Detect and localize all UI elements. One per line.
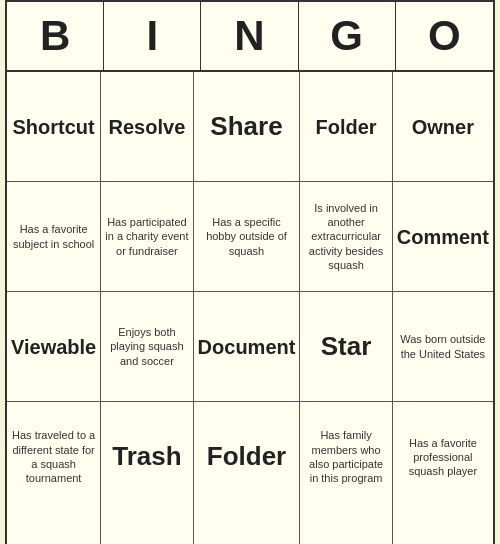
bingo-letter-b: B bbox=[7, 2, 104, 70]
bingo-cell-13: Star bbox=[300, 292, 392, 402]
cell-text-12: Document bbox=[198, 334, 296, 360]
bingo-cell-5: Has a favorite subject in school bbox=[7, 182, 101, 292]
bingo-cell-6: Has participated in a charity event or f… bbox=[101, 182, 193, 292]
bingo-cell-0: Shortcut bbox=[7, 72, 101, 182]
bingo-cell-24: Untitled bbox=[393, 512, 493, 544]
cell-text-17: Folder bbox=[207, 440, 286, 474]
cell-text-4: Owner bbox=[412, 114, 474, 140]
bingo-cell-15: Has traveled to a different state for a … bbox=[7, 402, 101, 512]
cell-text-16: Trash bbox=[112, 440, 181, 474]
bingo-cell-1: Resolve bbox=[101, 72, 193, 182]
cell-text-3: Folder bbox=[316, 114, 377, 140]
bingo-cell-20: Search bbox=[7, 512, 101, 544]
bingo-cell-18: Has family members who also participate … bbox=[300, 402, 392, 512]
bingo-letter-o: O bbox=[396, 2, 493, 70]
bingo-card: BINGO ShortcutResolveShareFolderOwnerHas… bbox=[5, 0, 495, 544]
bingo-cell-3: Folder bbox=[300, 72, 392, 182]
cell-text-13: Star bbox=[321, 330, 372, 364]
bingo-cell-11: Enjoys both playing squash and soccer bbox=[101, 292, 193, 402]
bingo-cell-19: Has a favorite professional squash playe… bbox=[393, 402, 493, 512]
cell-text-2: Share bbox=[210, 110, 282, 144]
bingo-cell-8: Is involved in another extracurricular a… bbox=[300, 182, 392, 292]
bingo-cell-23: Private bbox=[300, 512, 392, 544]
cell-text-9: Comment bbox=[397, 224, 489, 250]
bingo-header: BINGO bbox=[7, 2, 493, 72]
bingo-letter-n: N bbox=[201, 2, 298, 70]
bingo-letter-i: I bbox=[104, 2, 201, 70]
bingo-cell-14: Was born outside the United States bbox=[393, 292, 493, 402]
cell-text-7: Has a specific hobby outside of squash bbox=[198, 215, 296, 258]
bingo-cell-2: Share bbox=[194, 72, 301, 182]
bingo-cell-22: Open bbox=[194, 512, 301, 544]
bingo-cell-21: Create bbox=[101, 512, 193, 544]
cell-text-18: Has family members who also participate … bbox=[304, 428, 387, 485]
bingo-grid: ShortcutResolveShareFolderOwnerHas a fav… bbox=[7, 72, 493, 544]
bingo-cell-7: Has a specific hobby outside of squash bbox=[194, 182, 301, 292]
bingo-cell-16: Trash bbox=[101, 402, 193, 512]
cell-text-10: Viewable bbox=[11, 334, 96, 360]
cell-text-15: Has traveled to a different state for a … bbox=[11, 428, 96, 485]
bingo-cell-9: Comment bbox=[393, 182, 493, 292]
cell-text-19: Has a favorite professional squash playe… bbox=[397, 436, 489, 479]
bingo-cell-12: Document bbox=[194, 292, 301, 402]
cell-text-14: Was born outside the United States bbox=[397, 332, 489, 361]
cell-text-0: Shortcut bbox=[13, 114, 95, 140]
cell-text-6: Has participated in a charity event or f… bbox=[105, 215, 188, 258]
bingo-letter-g: G bbox=[299, 2, 396, 70]
bingo-cell-4: Owner bbox=[393, 72, 493, 182]
bingo-cell-10: Viewable bbox=[7, 292, 101, 402]
cell-text-11: Enjoys both playing squash and soccer bbox=[105, 325, 188, 368]
cell-text-5: Has a favorite subject in school bbox=[11, 222, 96, 251]
cell-text-1: Resolve bbox=[109, 114, 186, 140]
cell-text-8: Is involved in another extracurricular a… bbox=[304, 201, 387, 272]
bingo-cell-17: Folder bbox=[194, 402, 301, 512]
